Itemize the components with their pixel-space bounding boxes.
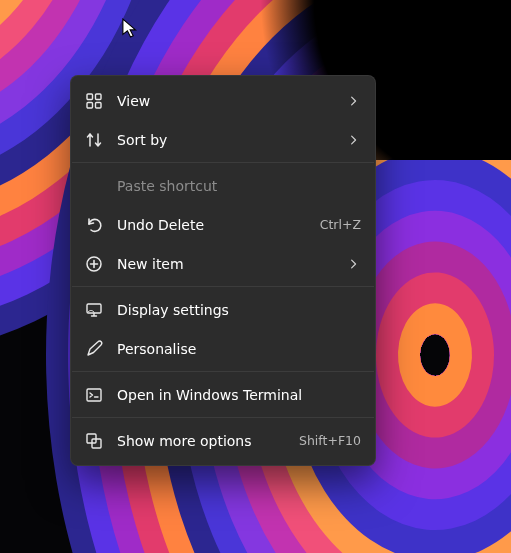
terminal-icon (85, 386, 103, 404)
menu-item-label: Sort by (117, 132, 333, 148)
menu-item-undo-delete[interactable]: Undo DeleteCtrl+Z (71, 205, 375, 244)
chevron-right-icon (347, 92, 361, 110)
chevron-right-icon (347, 255, 361, 273)
menu-item-shortcut: Ctrl+Z (320, 217, 361, 232)
menu-item-label: New item (117, 256, 333, 272)
menu-item-label: Display settings (117, 302, 361, 318)
menu-item-open-terminal[interactable]: Open in Windows Terminal (71, 375, 375, 414)
menu-separator (72, 162, 374, 163)
sort-icon (85, 131, 103, 149)
menu-item-show-more[interactable]: Show more optionsShift+F10 (71, 421, 375, 460)
new-icon (85, 255, 103, 273)
menu-item-display-settings[interactable]: Display settings (71, 290, 375, 329)
menu-item-label: Show more options (117, 433, 285, 449)
menu-item-label: Personalise (117, 341, 361, 357)
undo-icon (85, 216, 103, 234)
personalise-icon (85, 340, 103, 358)
desktop-context-menu: ViewSort byPaste shortcutUndo DeleteCtrl… (70, 75, 376, 466)
show-more-icon (85, 432, 103, 450)
menu-separator (72, 286, 374, 287)
menu-item-label: Open in Windows Terminal (117, 387, 361, 403)
chevron-right-icon (347, 131, 361, 149)
menu-item-paste-shortcut: Paste shortcut (71, 166, 375, 205)
menu-item-sort-by[interactable]: Sort by (71, 120, 375, 159)
menu-item-new-item[interactable]: New item (71, 244, 375, 283)
menu-item-label: Undo Delete (117, 217, 306, 233)
menu-item-view[interactable]: View (71, 81, 375, 120)
menu-separator (72, 417, 374, 418)
menu-separator (72, 371, 374, 372)
menu-item-label: Paste shortcut (117, 178, 361, 194)
display-icon (85, 301, 103, 319)
menu-item-personalise[interactable]: Personalise (71, 329, 375, 368)
menu-item-label: View (117, 93, 333, 109)
menu-item-shortcut: Shift+F10 (299, 433, 361, 448)
view-grid-icon (85, 92, 103, 110)
